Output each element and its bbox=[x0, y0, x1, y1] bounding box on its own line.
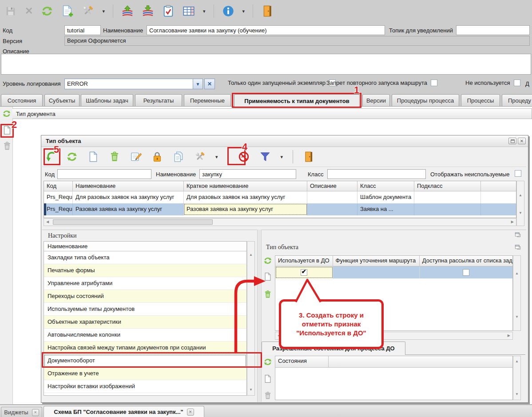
loglevel-combobox[interactable]: ERROR ▼ bbox=[64, 79, 203, 89]
settings-item[interactable]: Автовычисляемые колонки bbox=[44, 329, 246, 342]
tools-button[interactable] bbox=[82, 5, 94, 17]
cell-descr[interactable] bbox=[307, 203, 357, 215]
cell-short[interactable]: Для разовых заявок на закупку услуг bbox=[184, 191, 307, 203]
info-button[interactable] bbox=[222, 5, 234, 17]
tab-sostoyaniya[interactable]: Состояния bbox=[1, 94, 43, 107]
bottom-tab-bp-schema[interactable]: Схема БП "Согласование заявки на закупк.… bbox=[44, 406, 204, 417]
tab-peremennye[interactable]: Переменные bbox=[184, 94, 231, 107]
settings-item[interactable]: Печатные формы bbox=[44, 264, 246, 277]
description-textarea[interactable] bbox=[1, 54, 531, 75]
tab-close-icon[interactable]: ✕ bbox=[187, 409, 194, 416]
tab-shablony-zadach[interactable]: Шаблоны задач bbox=[81, 94, 133, 107]
cell-klass[interactable]: Заявка на ... bbox=[357, 203, 414, 215]
table-vertical-scrollbar[interactable]: ▲ ▼ bbox=[516, 181, 524, 226]
cell-short-focused[interactable]: Разовая заявка на закупку услуг bbox=[184, 203, 307, 215]
close-icon[interactable]: ✕ bbox=[518, 138, 526, 144]
panel-splitter[interactable] bbox=[257, 230, 262, 402]
name-input[interactable] bbox=[147, 25, 385, 35]
loglevel-dropdown-icon[interactable]: ▼ bbox=[193, 79, 202, 89]
cell-subclass[interactable] bbox=[414, 203, 481, 215]
tab-procedu[interactable]: Процеду bbox=[502, 94, 532, 107]
col-header-mailing[interactable]: Доступна рассылка от списка задач bbox=[420, 256, 512, 266]
col-header-kratkoe[interactable]: Краткое наименование bbox=[184, 181, 307, 191]
states-vertical-scrollbar[interactable]: ▲ ▼ bbox=[513, 356, 521, 400]
scroll-right-icon[interactable]: ▶ bbox=[508, 334, 510, 338]
col-header-podklass[interactable]: Подкласс bbox=[414, 181, 481, 191]
cell-klass[interactable]: Шаблон документа bbox=[357, 191, 414, 203]
dialog-lock-button[interactable] bbox=[151, 151, 163, 163]
settings-item[interactable]: Закладки типа объекта bbox=[44, 251, 246, 264]
type-panel-row[interactable] bbox=[275, 266, 512, 278]
scroll-down-icon[interactable]: ▼ bbox=[515, 315, 519, 319]
scroll-left-icon[interactable]: ◀ bbox=[46, 220, 49, 224]
cancel-icon[interactable]: ✕ bbox=[25, 6, 33, 16]
export-books-button[interactable] bbox=[142, 5, 154, 17]
doc-grid-delete-row-button[interactable] bbox=[2, 141, 12, 151]
table-dropdown-icon[interactable]: ▾ bbox=[203, 9, 206, 14]
cell-name[interactable]: Разовая заявка на закупку услуг bbox=[73, 203, 184, 215]
import-books-button[interactable] bbox=[121, 5, 134, 17]
settings-item[interactable]: Управление атрибутами bbox=[44, 277, 246, 290]
col-header-states[interactable]: Состояния bbox=[275, 356, 329, 368]
filter-name-input[interactable] bbox=[199, 169, 296, 179]
tab-subekty[interactable]: Субъекты bbox=[44, 94, 79, 107]
new-document-button[interactable] bbox=[61, 5, 74, 17]
tab-processy[interactable]: Процессы bbox=[461, 94, 500, 107]
tab-close-icon[interactable]: ✕ bbox=[32, 409, 39, 416]
cell-descr[interactable] bbox=[307, 191, 357, 203]
states-refresh-button[interactable] bbox=[263, 357, 272, 366]
scroll-down-icon[interactable]: ▼ bbox=[515, 393, 519, 396]
settings-item[interactable]: Переходы состояний bbox=[44, 290, 246, 303]
cell-kod[interactable]: Prs_Reque bbox=[44, 191, 73, 203]
dialog-title-bar[interactable]: Тип объекта ✕ bbox=[41, 135, 528, 147]
type-panel-delete-row-button[interactable] bbox=[263, 290, 272, 299]
col-header-naimenovanie[interactable]: Наименование bbox=[73, 181, 184, 191]
settings-float-icon[interactable] bbox=[515, 231, 521, 238]
tasks-clipboard-button[interactable] bbox=[162, 5, 175, 17]
settings-item[interactable]: Отражение в учете bbox=[44, 367, 246, 380]
route-function-cell[interactable] bbox=[333, 266, 420, 278]
col-header-route-function[interactable]: Функция уточнения маршрута bbox=[333, 256, 420, 266]
dialog-tools-dropdown-icon[interactable]: ▾ bbox=[215, 155, 218, 159]
dialog-delete-button[interactable] bbox=[109, 151, 120, 163]
cell-subclass[interactable] bbox=[414, 191, 481, 203]
no-restart-checkbox[interactable] bbox=[431, 79, 437, 86]
col-header-used-in-do[interactable]: Используется в ДО bbox=[275, 256, 333, 266]
filter-class-input[interactable] bbox=[327, 169, 426, 179]
scroll-up-icon[interactable]: ▲ bbox=[515, 360, 519, 363]
col-header-kod[interactable]: Код bbox=[44, 181, 73, 191]
cell-kod[interactable]: Prs_Reque bbox=[44, 203, 73, 215]
settings-list-header[interactable]: Наименование bbox=[44, 242, 246, 251]
bottom-tab-widgets[interactable]: Виджеты ✕ bbox=[1, 407, 42, 417]
dialog-tools-button[interactable] bbox=[194, 151, 206, 163]
save-button[interactable] bbox=[4, 5, 17, 17]
doc-grid-refresh-button[interactable] bbox=[2, 109, 11, 118]
scroll-right-icon[interactable]: ▶ bbox=[511, 220, 514, 224]
mailing-cell[interactable] bbox=[420, 266, 512, 278]
maximize-icon[interactable] bbox=[508, 138, 516, 144]
info-dropdown-icon[interactable]: ▾ bbox=[242, 9, 245, 14]
scrollbar-thumb[interactable] bbox=[53, 219, 213, 225]
dialog-create-button[interactable] bbox=[87, 151, 99, 163]
dialog-refresh-button[interactable] bbox=[66, 151, 78, 163]
table-button[interactable] bbox=[183, 5, 195, 17]
scroll-up-icon[interactable]: ▲ bbox=[249, 253, 253, 257]
cell-name[interactable]: Для разовых заявок на закупку услуг bbox=[73, 191, 184, 203]
type-panel-float-icon[interactable] bbox=[515, 244, 521, 250]
code-input[interactable] bbox=[64, 25, 101, 35]
topic-input[interactable] bbox=[456, 25, 530, 35]
scroll-up-icon[interactable]: ▲ bbox=[515, 272, 519, 275]
settings-item[interactable]: Настройки вставки изображений bbox=[44, 380, 246, 393]
exit-door-button[interactable] bbox=[261, 5, 274, 17]
col-header-opisanie[interactable]: Описание bbox=[307, 181, 357, 191]
type-panel-refresh-button[interactable] bbox=[263, 256, 272, 265]
dialog-edit-button[interactable] bbox=[130, 151, 142, 163]
type-panel-add-row-button[interactable] bbox=[263, 272, 272, 281]
table-row[interactable]: Prs_Reque Для разовых заявок на закупку … bbox=[44, 191, 516, 203]
loglevel-clear-button[interactable]: ✕ bbox=[204, 79, 215, 89]
show-unused-checkbox[interactable] bbox=[515, 170, 521, 177]
filter-button[interactable] bbox=[259, 151, 271, 163]
type-panel-vertical-scrollbar[interactable]: ▲ ▼ bbox=[513, 255, 521, 331]
tab-rezultaty[interactable]: Результаты bbox=[135, 94, 182, 107]
scroll-down-icon[interactable]: ▼ bbox=[249, 388, 253, 392]
